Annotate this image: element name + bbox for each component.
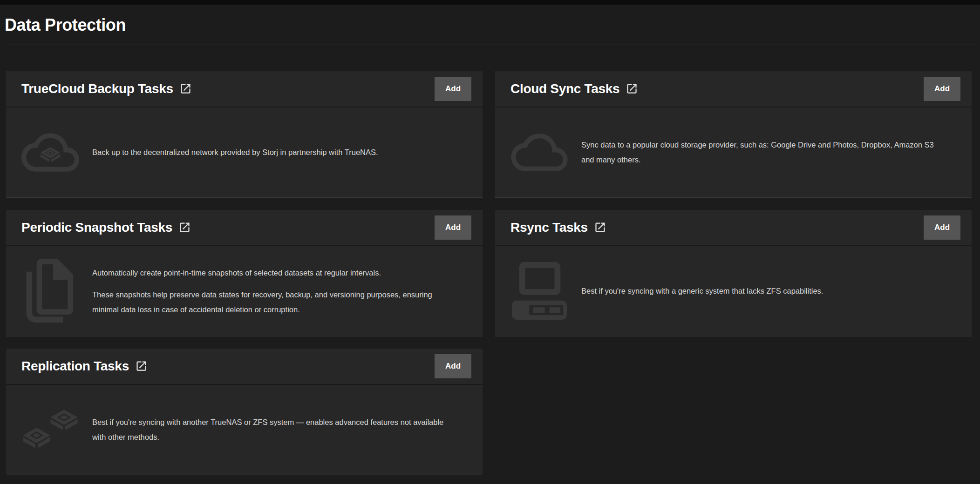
card-body: Sync data to a popular cloud storage pro… bbox=[495, 108, 972, 197]
title-divider bbox=[5, 45, 976, 45]
cards-grid: TrueCloud Backup Tasks Add Back up to th… bbox=[0, 71, 980, 475]
card-title: Cloud Sync Tasks bbox=[510, 81, 619, 96]
card-description: Best if you're syncing with a generic sy… bbox=[581, 283, 938, 298]
card-icon-wrap bbox=[21, 131, 79, 174]
card-description: Best if you're syncing with another True… bbox=[92, 415, 449, 444]
add-button[interactable]: Add bbox=[435, 215, 471, 240]
rsync-computer-icon bbox=[512, 262, 567, 320]
card-periodic-snapshot: Periodic Snapshot Tasks Add Automaticall… bbox=[6, 210, 483, 336]
add-button[interactable]: Add bbox=[924, 215, 960, 240]
card-icon-wrap bbox=[21, 408, 79, 451]
card-title: Replication Tasks bbox=[21, 359, 129, 374]
card-header: Periodic Snapshot Tasks Add bbox=[6, 210, 483, 246]
snapshots-pages-icon bbox=[25, 258, 76, 323]
external-link-icon[interactable] bbox=[179, 82, 192, 95]
replication-boxes-icon bbox=[21, 408, 79, 451]
card-title: Periodic Snapshot Tasks bbox=[21, 220, 172, 235]
card-description-paragraph: Back up to the decentralized network pro… bbox=[92, 145, 449, 160]
card-header: Rsync Tasks Add bbox=[495, 210, 972, 246]
add-button[interactable]: Add bbox=[435, 77, 471, 101]
add-button[interactable]: Add bbox=[924, 77, 960, 101]
storj-cloud-icon bbox=[21, 131, 79, 174]
card-truecloud-backup: TrueCloud Backup Tasks Add Back up to th… bbox=[6, 71, 483, 198]
card-description-paragraph: Sync data to a popular cloud storage pro… bbox=[581, 137, 938, 167]
card-description-paragraph: Best if you're syncing with a generic sy… bbox=[581, 283, 938, 298]
card-body: Back up to the decentralized network pro… bbox=[6, 108, 483, 197]
card-title: TrueCloud Backup Tasks bbox=[21, 81, 173, 96]
card-body: Automatically create point-in-time snaps… bbox=[6, 246, 483, 336]
card-body: Best if you're syncing with another True… bbox=[6, 385, 483, 475]
card-description: Back up to the decentralized network pro… bbox=[92, 145, 449, 160]
card-rsync: Rsync Tasks Add bbox=[495, 210, 972, 336]
card-icon-wrap bbox=[510, 131, 568, 174]
top-edge-strip bbox=[0, 0, 980, 5]
card-description-paragraph: Best if you're syncing with another True… bbox=[92, 415, 449, 444]
card-description: Automatically create point-in-time snaps… bbox=[92, 265, 449, 317]
card-description: Sync data to a popular cloud storage pro… bbox=[581, 137, 938, 167]
card-header: Cloud Sync Tasks Add bbox=[495, 71, 972, 108]
cloud-icon bbox=[511, 131, 568, 174]
card-description-paragraph: Automatically create point-in-time snaps… bbox=[92, 265, 449, 280]
page-title: Data Protection bbox=[5, 16, 980, 34]
card-header: TrueCloud Backup Tasks Add bbox=[6, 71, 483, 108]
external-link-icon[interactable] bbox=[626, 82, 638, 95]
card-replication: Replication Tasks Add Best if you're syn… bbox=[6, 349, 483, 475]
card-header: Replication Tasks Add bbox=[6, 349, 483, 385]
external-link-icon[interactable] bbox=[594, 221, 606, 234]
card-icon-wrap bbox=[21, 258, 79, 323]
external-link-icon[interactable] bbox=[178, 221, 191, 234]
card-cloud-sync: Cloud Sync Tasks Add Sync data to a popu… bbox=[495, 71, 972, 198]
external-link-icon[interactable] bbox=[135, 360, 148, 372]
card-icon-wrap bbox=[510, 262, 568, 320]
card-title: Rsync Tasks bbox=[510, 220, 588, 235]
card-description-paragraph: These snapshots help preserve data state… bbox=[92, 287, 449, 317]
add-button[interactable]: Add bbox=[435, 354, 471, 378]
card-body: Best if you're syncing with a generic sy… bbox=[495, 246, 972, 336]
